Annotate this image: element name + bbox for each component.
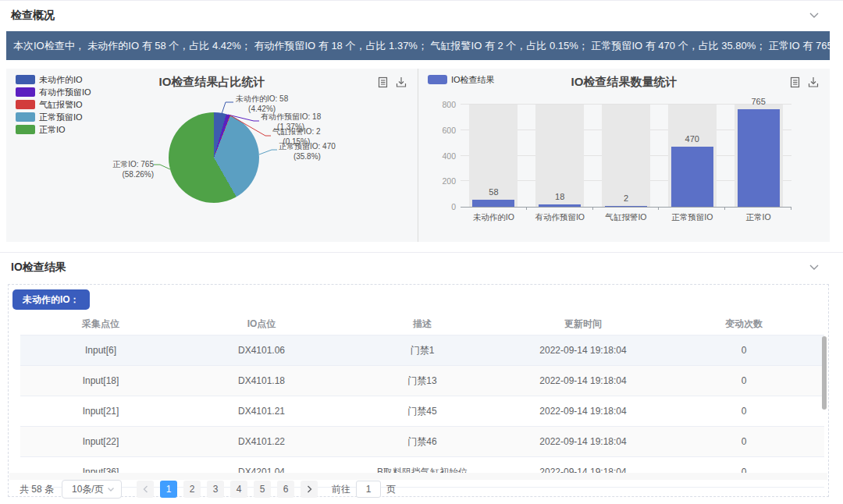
summary-banner: 本次IO检查中， 未动作的IO 有 58 个，占比 4.42%； 有动作预留IO… (6, 31, 830, 60)
table-cell: 2022-09-14 19:18:04 (503, 396, 663, 427)
chevron-left-icon (143, 485, 148, 493)
legend-swatch-icon (16, 125, 35, 134)
column-header: 描述 (342, 313, 503, 335)
page-button-4[interactable]: 4 (230, 481, 247, 498)
table-header-row: 采集点位IO点位描述更新时间变动次数 (20, 313, 824, 335)
bar-slot: 18有动作预留IO (527, 105, 593, 207)
goto-label: 前往 (332, 483, 350, 496)
bar-value-label: 2 (593, 193, 660, 203)
table-cell: 2022-09-14 19:18:04 (503, 335, 663, 366)
legend-label: 正常预留IO (39, 112, 83, 123)
page-button-5[interactable]: 5 (254, 481, 271, 498)
table-cell: 0 (663, 335, 824, 366)
y-axis-tick-label: 200 (429, 176, 456, 186)
pie-chart-title: IO检查结果占比统计 (6, 75, 418, 90)
bar-chart-panel: IO检查结果 IO检查结果数量统计 0200400600800 58未动作的IO… (418, 69, 830, 242)
charts-band: 未动作的IO有动作预留IO气缸报警IO正常预留IO正常IO IO检查结果占比统计… (6, 69, 830, 242)
bar-background-column (602, 105, 650, 207)
bar-value-label: 18 (527, 192, 593, 201)
table-cell: 2022-09-14 19:18:04 (503, 366, 663, 396)
bar-value-label: 470 (659, 134, 725, 144)
data-view-icon[interactable] (378, 76, 388, 88)
legend-swatch-icon (16, 100, 35, 109)
filter-category-button[interactable]: 未动作的IO： (12, 289, 90, 310)
bar (472, 200, 514, 207)
data-view-icon[interactable] (790, 76, 800, 88)
results-panel: 未动作的IO： 采集点位IO点位描述更新时间变动次数 Input[6]DX410… (8, 284, 829, 497)
save-image-icon[interactable] (808, 76, 819, 88)
bar-value-label: 58 (461, 187, 527, 197)
column-header: 更新时间 (503, 313, 663, 335)
x-axis-category-label: 正常IO (725, 212, 791, 223)
table-cell: 门禁1 (342, 335, 503, 366)
legend-item[interactable]: 气缸报警IO (16, 100, 91, 109)
page-button-2[interactable]: 2 (183, 481, 201, 498)
table-cell: 0 (663, 366, 824, 396)
table-bottom-gutter (9, 473, 827, 480)
table-cell: Input[21] (20, 396, 181, 427)
x-axis-category-label: 正常预留IO (659, 212, 725, 223)
goto-page-input[interactable] (356, 481, 381, 498)
overview-title: 检查概况 (11, 9, 55, 23)
bar-value-label: 765 (725, 97, 791, 106)
total-count-label: 共 58 条 (20, 483, 54, 496)
table-cell: Input[22] (20, 427, 181, 457)
y-axis-tick-label: 400 (429, 151, 456, 161)
y-axis-tick-label: 800 (429, 100, 456, 109)
bar-slot: 765正常IO (725, 105, 791, 207)
table-cell: DX4101.21 (181, 396, 342, 427)
table-row: Input[6]DX4101.06门禁12022-09-14 19:18:040 (20, 335, 824, 366)
legend-label: 气缸报警IO (39, 99, 83, 111)
pie-slice-label: 正常IO: 765 (58.26%) (108, 159, 154, 179)
table-cell: 0 (663, 427, 824, 457)
bar (671, 147, 713, 207)
page-size-select[interactable]: 10条/页 (62, 480, 122, 499)
table-cell: 0 (663, 396, 824, 427)
x-axis-category-label: 有动作预留IO (527, 212, 593, 223)
overview-collapse-header[interactable]: 检查概况 (0, 0, 843, 30)
table-cell: DX4101.22 (181, 427, 342, 457)
table-cell: 门禁46 (342, 427, 503, 457)
page-button-3[interactable]: 3 (207, 481, 224, 498)
legend-item[interactable]: 正常IO (16, 125, 91, 134)
column-header: IO点位 (181, 313, 342, 335)
bar-slot: 2气缸报警IO (593, 105, 660, 207)
bar (539, 204, 581, 207)
bar-plot-area: 58未动作的IO18有动作预留IO2气缸报警IO470正常预留IO765正常IO (461, 105, 791, 208)
results-collapse-header[interactable]: IO检查结果 (0, 252, 843, 282)
goto-suffix-label: 页 (386, 483, 396, 496)
bar (738, 109, 780, 207)
column-header: 采集点位 (20, 313, 181, 335)
page-button-6[interactable]: 6 (277, 481, 294, 498)
pie-chart (169, 112, 259, 203)
save-image-icon[interactable] (396, 76, 407, 88)
pie-toolbox (378, 76, 407, 88)
column-header: 变动次数 (663, 313, 824, 335)
legend-swatch-icon (16, 112, 35, 122)
bar-toolbox (790, 76, 819, 88)
y-axis-tick-label: 600 (429, 126, 456, 135)
chevron-down-icon (107, 487, 115, 492)
legend-item[interactable]: 正常预留IO (16, 112, 91, 122)
table-cell: 2022-09-14 19:18:04 (503, 427, 663, 457)
chevron-down-icon[interactable] (809, 12, 820, 19)
y-axis-tick-label: 0 (429, 202, 456, 211)
bar-chart-title: IO检查结果数量统计 (418, 75, 830, 90)
table-row: Input[21]DX4101.21门禁452022-09-14 19:18:0… (20, 396, 824, 427)
pagination-bar: 共 58 条 10条/页 123456 前往 页 (12, 480, 820, 499)
table-cell: 门禁13 (342, 366, 503, 396)
bar-slot: 470正常预留IO (659, 105, 725, 207)
x-axis-category-label: 未动作的IO (461, 212, 527, 223)
prev-page-button[interactable] (137, 481, 154, 498)
page-button-1[interactable]: 1 (160, 481, 177, 498)
chevron-right-icon (307, 485, 312, 493)
chevron-down-icon[interactable] (809, 264, 820, 271)
legend-label: 正常IO (39, 124, 66, 136)
next-page-button[interactable] (301, 481, 318, 498)
io-results-table: 采集点位IO点位描述更新时间变动次数 Input[6]DX4101.06门禁12… (20, 313, 824, 488)
table-cell: Input[6] (20, 335, 181, 366)
pie-slice-label: 正常预留IO: 470 (35.8%) (279, 141, 336, 161)
table-row: Input[18]DX4101.18门禁132022-09-14 19:18:0… (20, 366, 824, 396)
bar-slot: 58未动作的IO (461, 105, 527, 207)
table-vertical-scrollbar[interactable] (822, 336, 827, 410)
